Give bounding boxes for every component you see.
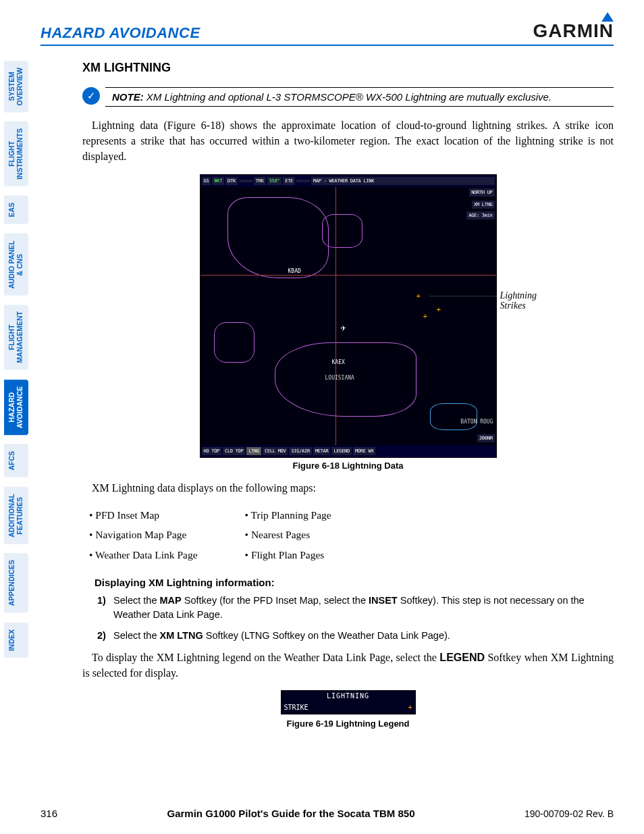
figure-6-18: GS0KT DTK TRK358° ETE MAP - WEATHER DATA…	[132, 174, 564, 471]
map-list-left: PFD Inset MapNavigation Map PageWeather …	[82, 505, 198, 565]
step-body: Select the MAP Softkey (for the PFD Inse…	[113, 594, 614, 622]
list-item: Weather Data Link Page	[89, 545, 198, 565]
sidebar-tab[interactable]: HAZARD AVOIDANCE	[4, 380, 28, 435]
map-state-label: LOUISIANA	[325, 375, 354, 381]
note-label: NOTE:	[112, 91, 144, 103]
sidebar-tab[interactable]: ADDITIONAL FEATURES	[4, 487, 28, 544]
softkey: CLD TOP	[223, 447, 245, 455]
checkmark-icon: ✓	[82, 87, 100, 105]
paragraph-1: Lightning data (Figure 6-18) shows the a…	[82, 118, 614, 165]
list-item: Nearest Pages	[245, 525, 331, 544]
figure-6-18-caption: Figure 6-18 Lightning Data	[132, 461, 564, 471]
legend-strike-icon: +	[408, 704, 412, 711]
steps-list: 1)Select the MAP Softkey (for the PFD In…	[97, 594, 614, 643]
map-softkeys: HO TOPCLD TOPLTNGCELL MOVSIG/AIRMETARLEG…	[200, 445, 496, 457]
softkey: LEGEND	[331, 447, 352, 455]
step-number: 2)	[97, 629, 113, 643]
sidebar-tab[interactable]: FLIGHT MANAGEMENT	[4, 305, 28, 369]
sidebar-tab[interactable]: INDEX	[4, 623, 28, 658]
step-body: Select the XM LTNG Softkey (LTNG Softkey…	[113, 629, 450, 643]
waypoint-kaex: KAEX	[332, 359, 345, 365]
map-screenshot: GS0KT DTK TRK358° ETE MAP - WEATHER DATA…	[200, 174, 497, 458]
step-number: 1)	[97, 594, 113, 622]
map-body: NORTH UP XM LTNG AGE: 3min KBAD KAEX LOU…	[200, 187, 496, 445]
section-title: HAZARD AVOIDANCE	[41, 24, 200, 42]
page-number: 316	[41, 808, 57, 819]
softkey: CELL MOV	[263, 447, 288, 455]
footer: 316 Garmin G1000 Pilot's Guide for the S…	[41, 808, 614, 819]
softkey: LTNG	[246, 447, 261, 455]
softkey: MORE WX	[353, 447, 375, 455]
list-item: Flight Plan Pages	[245, 545, 331, 565]
steps-heading: Displaying XM Lightning information:	[95, 577, 614, 588]
step: 2)Select the XM LTNG Softkey (LTNG Softk…	[97, 629, 614, 643]
figure-6-19-image: LIGHTNING STRIKE+	[281, 690, 416, 714]
map-list-columns: PFD Inset MapNavigation Map PageWeather …	[82, 505, 614, 565]
sidebar-tab[interactable]: AUDIO PANEL & CNS	[4, 234, 28, 296]
map-city-label: BATON ROUG	[460, 419, 493, 425]
list-item: Navigation Map Page	[89, 525, 198, 544]
list-item: PFD Inset Map	[89, 505, 198, 525]
softkey: METAR	[313, 447, 331, 455]
step: 1)Select the MAP Softkey (for the PFD In…	[97, 594, 614, 622]
list-item: Trip Planning Page	[245, 505, 331, 525]
logo-triangle-icon	[601, 12, 614, 22]
sidebar-tab[interactable]: FLIGHT INSTRUMENTS	[4, 122, 28, 186]
sidebar: SYSTEM OVERVIEWFLIGHT INSTRUMENTSEASAUDI…	[4, 61, 28, 667]
lightning-strike-icon: +	[437, 305, 441, 314]
page: HAZARD AVOIDANCE GARMIN SYSTEM OVERVIEWF…	[0, 0, 644, 834]
callout-lightning-strikes: Lightning Strikes	[500, 290, 537, 311]
lightning-strike-icon: +	[417, 292, 421, 301]
aircraft-icon: ✈	[341, 322, 346, 333]
lightning-strike-icon: +	[423, 312, 428, 321]
note-row: ✓ NOTE: XM Lightning and optional L-3 ST…	[82, 87, 614, 107]
sidebar-tab[interactable]: SYSTEM OVERVIEW	[4, 61, 28, 112]
map-topbar: GS0KT DTK TRK358° ETE MAP - WEATHER DATA…	[200, 175, 496, 187]
footer-revision: 190-00709-02 Rev. B	[525, 808, 614, 819]
sidebar-tab[interactable]: EAS	[4, 196, 28, 224]
softkey: SIG/AIR	[289, 447, 311, 455]
figure-6-19-caption: Figure 6-19 Lightning Legend	[82, 719, 614, 729]
content: XM LIGHTNING ✓ NOTE: XM Lightning and op…	[82, 61, 614, 729]
footer-guide-title: Garmin G1000 Pilot's Guide for the Socat…	[167, 808, 414, 819]
paragraph-3: To display the XM Lightning legend on th…	[82, 650, 614, 681]
paragraph-2: XM Lightning data displays on the follow…	[82, 480, 614, 496]
sidebar-tab[interactable]: APPENDICES	[4, 553, 28, 613]
waypoint-kbad: KBAD	[288, 268, 301, 274]
subsection-heading: XM LIGHTNING	[82, 61, 614, 75]
header: HAZARD AVOIDANCE GARMIN	[41, 20, 614, 42]
legend-title: LIGHTNING	[281, 691, 415, 700]
legend-strike-label: STRIKE	[284, 704, 308, 711]
note-box: NOTE: XM Lightning and optional L-3 STOR…	[105, 87, 614, 107]
garmin-logo: GARMIN	[533, 20, 614, 42]
header-rule	[41, 45, 614, 46]
softkey: HO TOP	[202, 447, 222, 455]
note-text: XM Lightning and optional L-3 STORMSCOPE…	[146, 91, 552, 103]
callout-line	[429, 296, 497, 296]
map-list-right: Trip Planning PageNearest PagesFlight Pl…	[238, 505, 331, 565]
sidebar-tab[interactable]: AFCS	[4, 444, 28, 477]
